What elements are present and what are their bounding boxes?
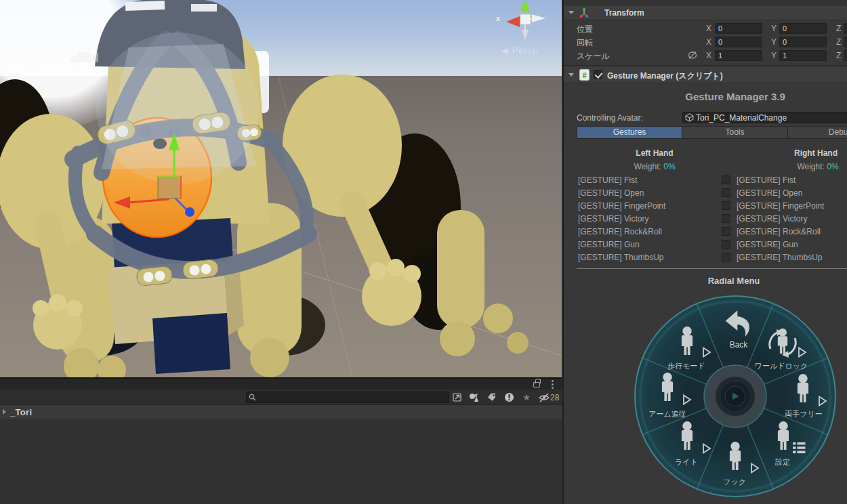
left-gesture-fist[interactable]: [GESTURE] Fist	[578, 175, 637, 185]
transform-icon	[579, 7, 590, 18]
scale-z-field[interactable]: 1	[844, 50, 847, 61]
scale-y-field[interactable]: 1	[779, 50, 827, 61]
favorite-star-icon[interactable]: ★	[519, 392, 534, 403]
scale-x-field[interactable]: 1	[715, 50, 762, 61]
rotation-z-field[interactable]: 0	[844, 37, 847, 47]
gesture-manager-version-title: Gesture Manager 3.9	[564, 91, 847, 102]
right-gesture-fingerpoint[interactable]: [GESTURE] FingerPoint	[737, 201, 824, 211]
radial-item-hook[interactable]: フック	[690, 477, 779, 487]
right-gesture-open[interactable]: [GESTURE] Open	[737, 188, 802, 198]
z-axis-label: Z	[836, 37, 841, 47]
gesture-row: [GESTURE] Rock&Roll [GESTURE] Rock&Roll	[564, 226, 847, 238]
radial-item-walk-mode[interactable]: 歩行モード	[642, 361, 730, 371]
left-weight: Weight: 0%	[607, 162, 702, 171]
search-icon	[249, 394, 256, 401]
object-filter-icon[interactable]	[466, 392, 481, 403]
position-x-field[interactable]: 0	[715, 23, 762, 34]
unity-editor-window: { "scene": { "persp_arrow": "◀", "persp_…	[0, 0, 847, 504]
x-axis-label: X	[706, 24, 711, 33]
radial-item-settings[interactable]: 設定	[739, 457, 827, 467]
foldout-arrow-icon[interactable]	[569, 11, 574, 14]
gizmo-axis-x	[506, 16, 520, 27]
hierarchy-item-tori[interactable]: _Tori	[0, 405, 562, 419]
inspector-top-strip	[564, 0, 847, 5]
search-input[interactable]	[246, 392, 449, 403]
radial-item-back[interactable]: Back	[695, 340, 783, 350]
svg-text:#: #	[582, 71, 586, 79]
gesture-checkbox[interactable]	[722, 214, 730, 223]
gesture-checkbox[interactable]	[722, 227, 730, 236]
position-z-field[interactable]: 0	[844, 23, 847, 34]
transform-header[interactable]: Transform	[564, 5, 847, 20]
right-gesture-gun[interactable]: [GESTURE] Gun	[737, 240, 798, 249]
gesture-checkbox[interactable]	[722, 253, 730, 261]
gizmo-axis-right	[532, 14, 545, 22]
gesture-checkbox[interactable]	[722, 175, 730, 184]
rotation-y-field[interactable]: 0	[779, 37, 827, 47]
right-gesture-fist[interactable]: [GESTURE] Fist	[737, 175, 796, 185]
gesture-manager-tabs: Gestures Tools Debug	[577, 126, 847, 139]
panel-titlebar	[0, 379, 562, 390]
radial-item-hands-free[interactable]: 両手フリー	[760, 409, 847, 419]
unlock-icon[interactable]	[533, 382, 540, 387]
gesture-checkbox[interactable]	[722, 188, 730, 197]
left-hand-header: Left Hand	[607, 148, 702, 158]
hierarchy-panel: ★ 28 _Tori	[0, 377, 562, 504]
controlling-avatar-label: Controlling Avatar:	[577, 113, 643, 123]
right-hand-header: Right Hand	[768, 148, 847, 158]
avatar-3d-model[interactable]	[0, 0, 562, 377]
right-gesture-thumbsup[interactable]: [GESTURE] ThumbsUp	[737, 253, 822, 262]
warning-icon[interactable]	[501, 392, 516, 403]
z-axis-label: Z	[836, 24, 841, 33]
rotation-row: 回転 X 0 Y 0 Z 0	[564, 37, 847, 47]
radial-menu: Back 歩行モード ワールドロック アーム追従 両手フリー ライト 設定 フッ…	[564, 291, 847, 504]
gesture-row: [GESTURE] FingerPoint [GESTURE] FingerPo…	[564, 200, 847, 213]
gesture-checkbox[interactable]	[722, 201, 730, 210]
position-label: 位置	[577, 24, 593, 35]
tab-debug[interactable]: Debug	[788, 126, 847, 139]
radial-item-world-lock[interactable]: ワールドロック	[737, 361, 825, 371]
hidden-objects-icon[interactable]	[537, 392, 552, 403]
left-gesture-victory[interactable]: [GESTURE] Victory	[578, 214, 648, 224]
gizmo-center-cube	[520, 14, 531, 24]
tab-tools[interactable]: Tools	[682, 126, 788, 139]
right-gesture-rockroll[interactable]: [GESTURE] Rock&Roll	[737, 227, 821, 236]
rotation-x-field[interactable]: 0	[715, 37, 762, 47]
kebab-menu-icon[interactable]	[552, 380, 554, 389]
left-gesture-thumbsup[interactable]: [GESTURE] ThumbsUp	[578, 253, 663, 262]
position-y-field[interactable]: 0	[779, 23, 827, 34]
jump-to-object-icon[interactable]	[449, 392, 464, 403]
gesture-manager-title: Gesture Manager (スクリプト)	[607, 70, 723, 82]
tag-icon[interactable]	[484, 392, 499, 403]
gesture-manager-header[interactable]: # Gesture Manager (スクリプト)	[564, 67, 847, 83]
scale-row: スケール X 1 Y 1 Z 1	[564, 50, 847, 61]
left-gesture-open[interactable]: [GESTURE] Open	[578, 188, 644, 198]
gesture-row: [GESTURE] ThumbsUp [GESTURE] ThumbsUp	[564, 251, 847, 264]
link-off-icon[interactable]	[688, 51, 697, 60]
inspector-panel: Transform 位置 X 0 Y 0 Z 0 回転 X 0 Y 0 Z 0 …	[562, 0, 847, 504]
left-gesture-rockroll[interactable]: [GESTURE] Rock&Roll	[578, 227, 662, 236]
component-enabled-checkbox[interactable]	[594, 70, 602, 79]
persp-label[interactable]: ◀ Persp	[501, 45, 539, 56]
controlling-avatar-field[interactable]: Tori_PC_MaterialChange	[682, 112, 847, 123]
gameobject-cube-icon	[685, 113, 694, 122]
right-gesture-victory[interactable]: [GESTURE] Victory	[737, 214, 807, 224]
scene-view[interactable]: x ◀ Persp	[0, 0, 562, 377]
x-axis-label: X	[706, 37, 711, 47]
expand-chevron-icon[interactable]	[3, 409, 6, 415]
gizmo-axis-y	[520, 0, 530, 12]
foldout-arrow-icon[interactable]	[569, 73, 574, 77]
radial-menu-title: Radial Menu	[564, 276, 847, 286]
tab-gestures[interactable]: Gestures	[577, 126, 682, 139]
hidden-count: 28	[550, 393, 559, 402]
left-gesture-gun[interactable]: [GESTURE] Gun	[578, 240, 640, 249]
gesture-row: [GESTURE] Gun [GESTURE] Gun	[564, 238, 847, 251]
script-icon: #	[579, 69, 590, 81]
left-gesture-fingerpoint[interactable]: [GESTURE] FingerPoint	[578, 201, 665, 211]
scene-orientation-gizmo[interactable]	[491, 0, 552, 45]
radial-item-arm-follow[interactable]: アーム追従	[623, 409, 711, 419]
radial-item-light[interactable]: ライト	[642, 457, 730, 467]
scale-label: スケール	[577, 51, 610, 62]
gesture-checkbox[interactable]	[722, 240, 730, 249]
radial-menu-wheel[interactable]	[564, 291, 847, 504]
